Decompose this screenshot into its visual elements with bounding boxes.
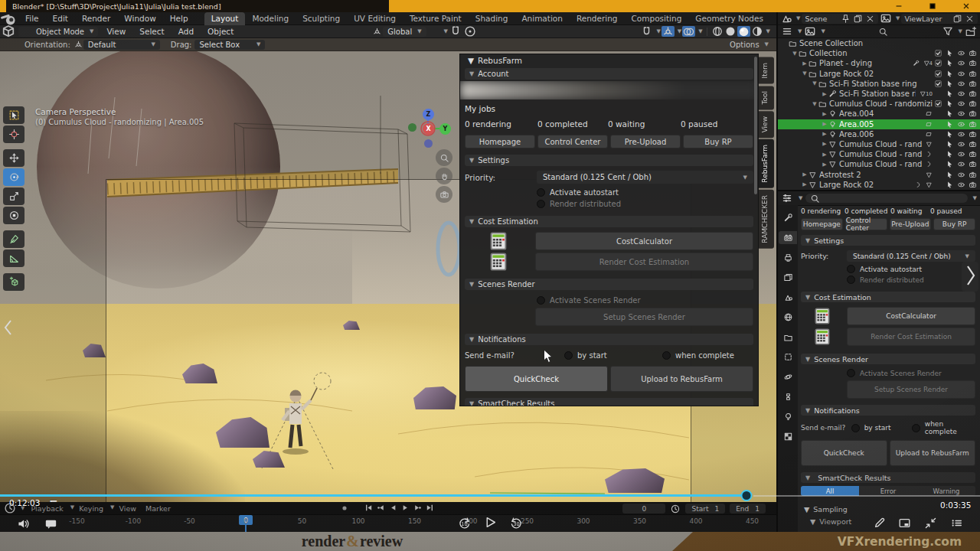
pin-icon[interactable] [841, 14, 851, 24]
homepage-button[interactable]: Homepage [465, 135, 535, 148]
properties-tab-view-layer[interactable] [779, 271, 797, 284]
pointer-toggle-icon[interactable] [944, 181, 955, 189]
unlink-scene-icon[interactable] [865, 14, 875, 24]
proportional-edit-icon[interactable] [463, 24, 477, 38]
properties-tab-scene[interactable] [779, 291, 797, 304]
notifications-section-header[interactable]: ▼Notifications [465, 334, 753, 345]
shading-wireframe-icon[interactable] [711, 25, 724, 37]
camera-toggle-icon[interactable] [967, 99, 978, 108]
check-toggle-icon[interactable] [933, 99, 943, 108]
workspace-tab-geometry-nodes[interactable]: Geometry Nodes [688, 12, 770, 25]
outliner-row[interactable]: ▶Area.006 [778, 129, 980, 139]
outliner-row[interactable]: Scene Collection [778, 38, 980, 48]
workspace-tab-animation[interactable]: Animation [514, 12, 570, 25]
expander-icon[interactable]: ▶ [821, 111, 828, 117]
camera-view-icon[interactable] [436, 186, 452, 203]
by-start-checkbox[interactable]: by start [564, 351, 662, 360]
volume-icon[interactable] [15, 516, 31, 531]
activate-scenes-render-checkbox[interactable]: Activate Scenes Render [465, 296, 753, 305]
options-dropdown[interactable]: Options▼ [727, 41, 769, 49]
pointer-toggle-icon[interactable] [944, 120, 955, 129]
settings-section-header[interactable]: ▼Settings [801, 235, 975, 246]
by-start-checkbox[interactable]: by start [851, 424, 912, 432]
pointer-toggle-icon[interactable] [944, 109, 955, 118]
pointer-toggle-icon[interactable] [944, 171, 955, 179]
panel-scrollbar[interactable] [754, 57, 757, 194]
npanel-tab-tool[interactable]: Tool [759, 86, 774, 109]
properties-tab-world[interactable] [779, 311, 797, 324]
outliner-row[interactable]: ▼Collection [778, 48, 980, 58]
next-keyframe-button[interactable] [412, 503, 423, 513]
pan-tool-icon[interactable] [436, 168, 452, 184]
tool-scale[interactable] [3, 187, 24, 205]
rec-icon[interactable] [340, 504, 349, 513]
pointer-toggle-icon[interactable] [944, 80, 955, 88]
play-button[interactable] [400, 503, 410, 513]
workspace-tab-uv-editing[interactable]: UV Editing [347, 12, 403, 25]
viewport-menu-object[interactable]: Object [201, 27, 240, 36]
axis-z[interactable]: Z [423, 109, 434, 120]
timeline-ruler[interactable]: 0 -150-100-50050100150200250300350400450 [0, 514, 776, 533]
outliner-row[interactable]: ▶Area.004 [778, 109, 980, 119]
properties-tab-object-data[interactable] [779, 410, 797, 423]
maximize-button[interactable] [916, 0, 949, 12]
properties-tab-constraints[interactable] [779, 390, 797, 403]
check-toggle-icon[interactable] [933, 59, 943, 67]
quickcheck-button[interactable]: QuickCheck [465, 366, 608, 392]
properties-tab-render[interactable] [779, 231, 797, 244]
filter-collection-icon[interactable] [804, 25, 816, 37]
pointer-toggle-icon[interactable] [944, 70, 955, 78]
workspace-tab-texture-paint[interactable]: Texture Paint [403, 12, 469, 25]
new-scene-icon[interactable] [853, 14, 863, 24]
shading-solid-icon[interactable] [724, 25, 737, 37]
properties-tab-collection[interactable] [779, 331, 797, 344]
timeline-menu-keying[interactable]: Keying [74, 504, 108, 513]
expander-icon[interactable]: ▶ [801, 60, 808, 67]
pointer-toggle-icon[interactable] [944, 59, 955, 67]
notifications-section-header[interactable]: ▼Notifications [801, 405, 975, 416]
outliner-row[interactable]: ▼Large Rock 02 [778, 69, 980, 79]
camera-toggle-icon[interactable] [967, 181, 978, 189]
upload-to-rebusfarm-button[interactable]: Upload to RebusFarm [610, 366, 753, 392]
check-toggle-icon[interactable] [933, 80, 943, 88]
pointer-toggle-icon[interactable] [944, 90, 955, 98]
shading-rendered-icon[interactable] [751, 25, 763, 37]
search-icon[interactable] [828, 27, 939, 37]
scenes-render-section-header[interactable]: ▼Scenes Render [801, 354, 975, 364]
pre-upload-button[interactable]: Pre-Upload [890, 218, 932, 230]
eye-toggle-icon[interactable] [956, 130, 966, 139]
frame-start-field[interactable]: Start1 [685, 504, 725, 514]
remove-view-layer-icon[interactable] [965, 14, 975, 24]
workspace-tab-layout[interactable]: Layout [204, 12, 246, 25]
viewport-menu-select[interactable]: Select [132, 27, 171, 36]
outliner-row[interactable]: ▶Cumulus Cloud - randomizing [778, 139, 980, 149]
pointer-toggle-icon[interactable] [944, 49, 955, 57]
pointer-toggle-icon[interactable] [944, 150, 955, 158]
axis-y[interactable]: Y [439, 123, 451, 135]
frame-end-field[interactable]: End1 [730, 504, 766, 514]
activate-autostart-checkbox[interactable]: Activate autostart [801, 265, 975, 273]
shading-material-icon[interactable] [737, 26, 750, 37]
homepage-button[interactable]: Homepage [801, 218, 843, 230]
view-layer-field[interactable]: ViewLayer [901, 14, 978, 24]
jump-to-end-button[interactable] [424, 503, 435, 513]
tool-annotate[interactable] [3, 230, 24, 248]
quickcheck-button[interactable]: QuickCheck [801, 440, 887, 466]
upload-to-rebusfarm-button[interactable]: Upload to RebusFarm [890, 440, 976, 466]
properties-tab-texture[interactable] [779, 430, 797, 443]
properties-editor-type-icon[interactable] [781, 192, 793, 204]
properties-tab-object[interactable] [779, 350, 797, 364]
tool-select-box[interactable] [3, 106, 24, 124]
more-settings-icon[interactable] [949, 515, 964, 530]
cost-estimation-section-header[interactable]: ▼Cost Estimation [801, 292, 975, 302]
camera-toggle-icon[interactable] [967, 90, 978, 98]
expand-sidebar-arrow[interactable] [962, 262, 978, 292]
picture-in-picture-icon[interactable] [897, 515, 912, 530]
camera-toggle-icon[interactable] [967, 70, 978, 78]
axis-z-neg[interactable] [424, 139, 433, 148]
outliner-row[interactable]: ▶Astrotest 2 [778, 169, 980, 179]
camera-toggle-icon[interactable] [967, 59, 978, 67]
expander-icon[interactable]: ▼ [801, 70, 808, 77]
new-collection-icon[interactable] [965, 25, 977, 37]
drag-dropdown[interactable]: Select Box▼ [194, 40, 265, 50]
